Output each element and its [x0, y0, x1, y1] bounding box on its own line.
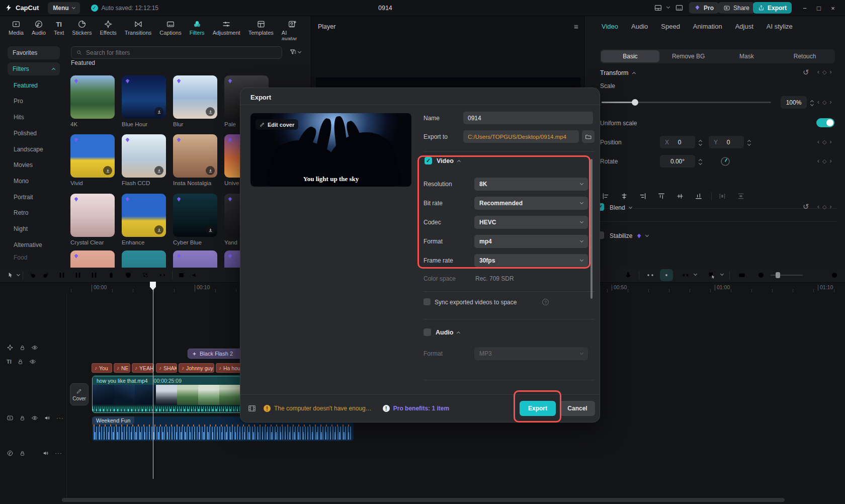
cancel-button[interactable]: Cancel	[560, 401, 595, 416]
ribbon-tab-filters[interactable]: Filters	[186, 19, 208, 37]
eye-icon[interactable]	[31, 344, 38, 351]
add-clip-icon[interactable]	[176, 269, 189, 281]
zoom-in-icon[interactable]	[828, 269, 841, 281]
mute-icon[interactable]	[42, 450, 49, 457]
tab-ai-stylize[interactable]: AI stylize	[767, 23, 793, 30]
filter-thumbnail[interactable]	[173, 75, 217, 119]
position-keyframe-nav[interactable]: ‹◇›	[817, 138, 831, 145]
selection-mode-icon[interactable]	[705, 269, 718, 281]
sidebar-item-mono[interactable]: Mono	[14, 178, 29, 185]
subtab-retouch[interactable]: Retouch	[776, 50, 834, 62]
scale-slider[interactable]	[602, 102, 771, 103]
filter-thumbnail[interactable]	[173, 194, 217, 237]
position-y-field[interactable]: Y0	[709, 136, 744, 148]
download-icon[interactable]	[103, 166, 112, 175]
text-clip[interactable]: ♪Johnny guy	[179, 363, 214, 373]
collapse-icon[interactable]	[457, 160, 461, 163]
ribbon-tab-effects[interactable]: Effects	[96, 19, 120, 37]
sidebar-item-hits[interactable]: Hits	[14, 114, 24, 121]
audio-format-select[interactable]: MP3	[474, 347, 588, 360]
audio-section-checkbox[interactable]	[424, 328, 431, 336]
ribbon-tab-ai-avatar[interactable]: AI avatar	[278, 19, 307, 43]
ribbon-tab-text[interactable]: TIText	[50, 19, 67, 37]
sidebar-item-pro[interactable]: Pro	[14, 98, 23, 105]
layout-chevron-icon[interactable]	[666, 5, 670, 9]
scale-stepper[interactable]	[809, 96, 815, 109]
filter-thumbnail[interactable]	[122, 134, 166, 178]
split-left-icon[interactable]	[71, 269, 84, 281]
align-left-icon[interactable]	[602, 192, 610, 200]
framerate-select[interactable]: 30fps	[474, 254, 588, 267]
search-input[interactable]	[86, 49, 277, 56]
download-icon[interactable]	[206, 107, 215, 116]
undo-icon[interactable]	[26, 269, 39, 281]
mirror-icon[interactable]	[156, 269, 169, 281]
sidebar-item-featured[interactable]: Featured	[14, 82, 38, 89]
split-right-icon[interactable]	[88, 269, 101, 281]
uniform-scale-toggle[interactable]	[816, 118, 834, 127]
scale-slider-thumb[interactable]	[632, 99, 638, 106]
player-menu-icon[interactable]: ≡	[574, 22, 579, 31]
more-icon[interactable]: ···	[55, 450, 62, 457]
rotate-stepper[interactable]	[697, 155, 704, 167]
align-center-h-icon[interactable]	[620, 192, 628, 200]
filter-thumbnail[interactable]	[122, 194, 166, 237]
subtab-basic[interactable]: Basic	[601, 50, 659, 62]
lock-icon[interactable]	[19, 345, 26, 351]
lock-icon[interactable]	[17, 359, 24, 365]
selection-chevron[interactable]	[720, 272, 724, 276]
layout-panel-icon[interactable]	[654, 4, 662, 12]
dialog-scrollbar[interactable]	[590, 159, 593, 299]
align-top-icon[interactable]	[657, 192, 665, 200]
download-icon[interactable]	[154, 166, 163, 175]
warning-text[interactable]: The computer doesn't have enoug…	[274, 405, 372, 412]
cover-button[interactable]: Cover	[70, 383, 89, 405]
help-icon[interactable]: ?	[542, 299, 549, 305]
link-clips-icon[interactable]	[679, 269, 692, 281]
cursor-tool-icon[interactable]	[4, 269, 17, 281]
rotate-value-box[interactable]: 0.00°	[660, 155, 695, 167]
timeline-zoom-slider[interactable]	[771, 275, 803, 276]
mute-icon[interactable]	[44, 414, 51, 422]
tab-adjust[interactable]: Adjust	[735, 23, 753, 30]
scale-value-box[interactable]: 100%	[781, 96, 807, 109]
playhead-line[interactable]	[153, 283, 153, 479]
filter-search[interactable]	[71, 46, 282, 59]
position-y-stepper[interactable]	[746, 136, 752, 148]
tab-animation[interactable]: Animation	[693, 23, 722, 30]
expand-icon[interactable]	[645, 233, 649, 237]
layout-panel2-icon[interactable]	[675, 4, 684, 12]
zoom-out-icon[interactable]	[754, 269, 768, 281]
transform-keyframe-nav[interactable]: ‹◇›	[817, 68, 831, 75]
rotate-keyframe-nav[interactable]: ‹◇›	[817, 157, 831, 164]
pro-button[interactable]: Pro	[689, 2, 719, 14]
tab-video[interactable]: Video	[602, 23, 618, 30]
ribbon-tab-captions[interactable]: Captions	[156, 19, 185, 37]
eye-icon[interactable]	[29, 358, 36, 365]
rotate-knob[interactable]	[719, 155, 731, 167]
distribute-v-icon[interactable]	[737, 192, 745, 200]
minimize-button[interactable]: −	[798, 0, 812, 16]
share-button[interactable]: Share	[718, 2, 754, 14]
blend-keyframe-nav[interactable]: ‹◇›	[817, 203, 831, 210]
record-voiceover-icon[interactable]	[622, 269, 635, 281]
text-clip[interactable]: ♪SHAK	[156, 363, 177, 373]
sidebar-item-movies[interactable]: Movies	[14, 161, 33, 169]
filter-thumbnail[interactable]	[173, 134, 217, 178]
cursor-tool-chevron[interactable]	[17, 272, 20, 276]
download-icon[interactable]	[154, 107, 163, 116]
auto-cut-icon[interactable]	[660, 269, 673, 281]
sidebar-item-alternative[interactable]: Alternative	[14, 241, 42, 248]
subtab-remove-bg[interactable]: Remove BG	[659, 50, 718, 62]
filter-thumbnail[interactable]	[70, 134, 115, 178]
preview-axis-icon[interactable]	[735, 269, 748, 281]
filter-thumbnail[interactable]	[70, 75, 115, 119]
redo-icon[interactable]	[39, 269, 52, 281]
zoom-slider-thumb[interactable]	[776, 272, 780, 278]
sidebar-item-retro[interactable]: Retro	[14, 209, 28, 216]
mask-icon[interactable]	[122, 269, 135, 281]
filter-thumbnail[interactable]	[70, 250, 115, 268]
video-section-checkbox[interactable]: ✓	[425, 157, 432, 164]
text-clip[interactable]: ♪You	[92, 363, 112, 373]
export-confirm-button[interactable]: Export	[520, 401, 556, 416]
